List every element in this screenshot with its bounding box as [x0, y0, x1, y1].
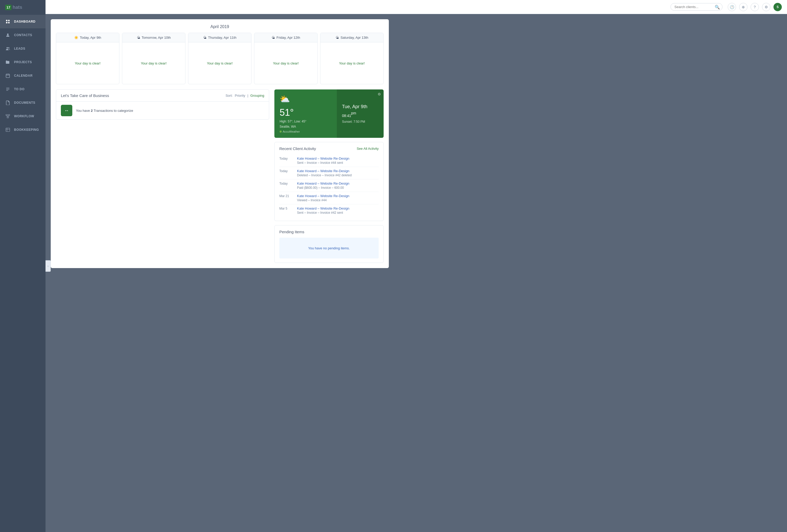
day-label-2: Thursday, Apr 11th: [208, 36, 236, 40]
app-logo[interactable]: 17 hats: [0, 0, 45, 15]
weather-date: Tue, Apr 9th: [342, 104, 378, 109]
day-col-3: 🌤 Friday, Apr 12th Your day is clear!: [254, 33, 318, 84]
activity-content: Kate Howard – Website Re-Design Paid ($6…: [297, 182, 379, 190]
day-header-3: 🌤 Friday, Apr 12th: [254, 33, 317, 42]
transaction-count: 2: [91, 109, 92, 112]
clock-icon-btn[interactable]: 🕐: [728, 3, 736, 11]
day-body-0[interactable]: Your day is clear!: [56, 42, 119, 84]
weather-source: AccuWeather: [280, 130, 332, 133]
business-card-header: Let's Take Care of Business Sort: Priori…: [56, 90, 269, 102]
activity-card: Recent Client Activity See All Activity …: [274, 142, 384, 221]
weather-icon-1: 🌤: [137, 36, 140, 40]
weather-location: Seattle, WA: [280, 125, 332, 128]
pending-card: Pending Items You have no pending items.: [274, 225, 384, 263]
activity-content: Kate Howard – Website Re-Design Sent – I…: [297, 207, 379, 214]
sidebar-item-bookkeeping[interactable]: BOOKKEEPING: [0, 123, 45, 136]
sidebar-item-documents[interactable]: DOCUMENTS: [0, 96, 45, 109]
help-icon-btn[interactable]: ?: [750, 3, 759, 11]
activity-desc: Sent – Invoice – Invoice #42 sent: [297, 211, 379, 214]
day-clear-4: Your day is clear!: [339, 61, 365, 65]
weather-gear-icon[interactable]: ⚙: [378, 92, 381, 96]
weather-temp: 51°: [280, 107, 332, 118]
dashboard-inner: April 2019 ☀️ Today, Apr 9th Your day is…: [51, 19, 389, 268]
topbar: 🔍 🕐 ⊕ ? ⚙ S: [45, 0, 787, 14]
svg-point-5: [6, 47, 8, 48]
sidebar-item-label: LEADS: [14, 47, 25, 50]
activity-content: Kate Howard – Website Re-Design Viewed –…: [297, 194, 379, 202]
settings-icon-btn[interactable]: ⚙: [762, 3, 770, 11]
weather-low: Low: 45°: [294, 120, 306, 123]
activity-content: Kate Howard – Website Re-Design Deleted …: [297, 169, 379, 177]
activity-list: Today Kate Howard – Website Re-Design Se…: [279, 154, 379, 217]
activity-date: Mar 5: [279, 207, 293, 214]
transaction-row: ↔ You have 2 Transactions to categorize: [56, 102, 269, 119]
sidebar-item-contacts[interactable]: CONTACTS: [0, 28, 45, 42]
day-label-4: Saturday, Apr 13th: [340, 36, 368, 40]
calendar-month-label: April 2019: [56, 24, 384, 29]
day-body-2[interactable]: Your day is clear!: [188, 42, 251, 84]
search-wrap: 🔍: [671, 3, 723, 10]
activity-link[interactable]: Kate Howard – Website Re-Design: [297, 207, 349, 210]
activity-item: Today Kate Howard – Website Re-Design Se…: [279, 154, 379, 167]
activity-link[interactable]: Kate Howard – Website Re-Design: [297, 156, 349, 161]
sidebar-item-leads[interactable]: LEADS: [0, 42, 45, 56]
day-col-0: ☀️ Today, Apr 9th Your day is clear!: [56, 33, 120, 84]
sidebar-item-dashboard[interactable]: DASHBOARD: [0, 15, 45, 28]
svg-rect-2: [6, 22, 7, 23]
activity-item: Today Kate Howard – Website Re-Design De…: [279, 167, 379, 179]
day-header-4: 🌤 Saturday, Apr 13th: [320, 33, 383, 42]
grouping-link[interactable]: Grouping: [251, 93, 264, 98]
weather-high: High: 57°: [280, 120, 293, 123]
sidebar-item-calendar[interactable]: CALENDAR: [0, 69, 45, 82]
sort-label: Sort:: [226, 93, 233, 98]
logo-box: 17: [5, 5, 12, 10]
activity-date: Today: [279, 169, 293, 177]
activity-date: Today: [279, 156, 293, 165]
layers-icon-btn[interactable]: ⊕: [739, 3, 747, 11]
right-panel: ⛅ 51° High: 57°, Low: 45° Seattle, WA Ac…: [274, 89, 384, 263]
day-clear-1: Your day is clear!: [141, 61, 167, 65]
calendar-icon: [5, 73, 10, 78]
svg-rect-3: [8, 22, 9, 23]
svg-rect-15: [8, 114, 10, 115]
folder-icon: [5, 60, 10, 65]
sidebar-item-projects[interactable]: PROJECTS: [0, 56, 45, 69]
svg-rect-1: [8, 20, 9, 21]
activity-date: Mar 21: [279, 194, 293, 202]
activity-link[interactable]: Kate Howard – Website Re-Design: [297, 169, 349, 173]
activity-title: Recent Client Activity: [279, 146, 316, 151]
business-title: Let's Take Care of Business: [61, 93, 109, 98]
search-icon[interactable]: 🔍: [715, 4, 720, 9]
activity-item: Mar 5 Kate Howard – Website Re-Design Se…: [279, 205, 379, 217]
day-body-3[interactable]: Your day is clear!: [254, 42, 317, 84]
sort-value: Priority: [235, 93, 245, 98]
sidebar-item-workflow[interactable]: WORKFLOW: [0, 109, 45, 123]
sidebar-collapse-button[interactable]: ›: [45, 260, 51, 272]
activity-desc: Paid ($600.00) – Invoice – 600.00: [297, 186, 379, 190]
day-clear-3: Your day is clear!: [273, 61, 299, 65]
weather-icon-4: 🌤: [336, 36, 339, 40]
sidebar-item-label: DASHBOARD: [14, 20, 36, 23]
svg-rect-14: [6, 114, 7, 115]
person-icon: [5, 33, 10, 38]
sidebar-nav: DASHBOARD CONTACTS LEADS PROJECTS CALEND: [0, 15, 45, 532]
activity-date: Today: [279, 182, 293, 190]
sort-row: Sort: Priority | Grouping: [226, 93, 264, 98]
sidebar-item-label: CALENDAR: [14, 74, 33, 78]
weather-widget: ⛅ 51° High: 57°, Low: 45° Seattle, WA Ac…: [274, 89, 384, 138]
sidebar-item-todo[interactable]: TO DO: [0, 82, 45, 96]
document-icon: [5, 100, 10, 105]
business-card: Let's Take Care of Business Sort: Priori…: [56, 89, 269, 120]
day-body-1[interactable]: Your day is clear!: [122, 42, 185, 84]
day-body-4[interactable]: Your day is clear!: [320, 42, 383, 84]
activity-link[interactable]: Kate Howard – Website Re-Design: [297, 182, 349, 185]
day-col-1: 🌤 Tomorrow, Apr 10th Your day is clear!: [122, 33, 186, 84]
weather-time: 08:41pm: [342, 110, 378, 119]
activity-content: Kate Howard – Website Re-Design Sent – I…: [297, 156, 379, 165]
activity-link[interactable]: Kate Howard – Website Re-Design: [297, 194, 349, 198]
sidebar-item-label: BOOKKEEPING: [14, 128, 39, 132]
workflow-icon: [5, 114, 10, 119]
sidebar-item-label: CONTACTS: [14, 33, 32, 37]
see-all-activity-link[interactable]: See All Activity: [357, 147, 379, 151]
avatar[interactable]: S: [773, 3, 782, 11]
